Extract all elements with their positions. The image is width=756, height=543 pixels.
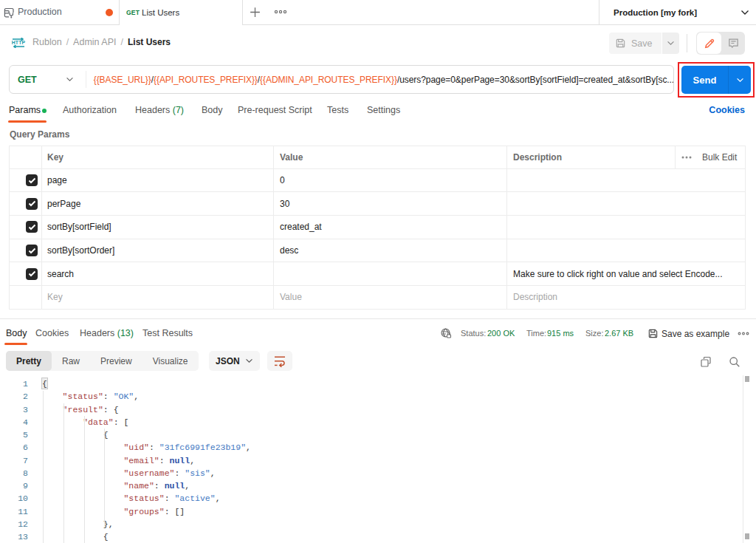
svg-text:HTTP: HTTP bbox=[12, 40, 26, 45]
